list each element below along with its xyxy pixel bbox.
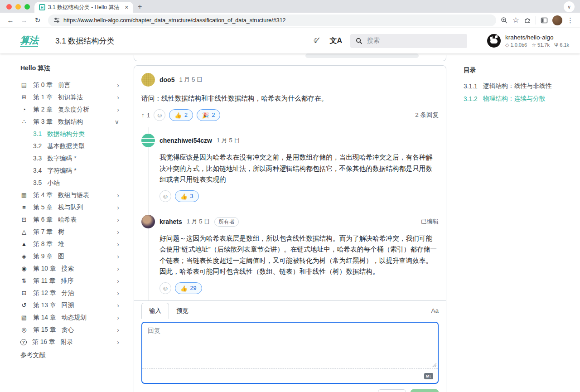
theme-toggle-icon[interactable]: ☾⁄: [313, 37, 321, 45]
sidebar-item-chapter-13[interactable]: ↺第 13 章回溯›: [20, 299, 125, 311]
chevron-right-icon[interactable]: ›: [117, 106, 125, 113]
sidebar-item-references[interactable]: 参考文献: [20, 349, 125, 361]
resize-handle-icon[interactable]: [432, 363, 436, 367]
reaction-pill[interactable]: 👍29: [175, 282, 202, 294]
address-bar[interactable]: https://www.hello-algo.com/chapter_data_…: [48, 15, 496, 26]
sidebar-item-3.4[interactable]: 3.4字符编码 *: [20, 165, 125, 177]
search-input[interactable]: 搜索: [350, 34, 467, 48]
chevron-right-icon[interactable]: ›: [117, 82, 125, 89]
browser-tab[interactable]: H 3.1 数据结构分类 - Hello 算法 ✕: [34, 2, 133, 13]
site-logo[interactable]: 算法: [20, 35, 38, 47]
search-placeholder: 搜索: [367, 37, 380, 45]
chevron-right-icon[interactable]: ›: [117, 216, 125, 223]
repo-name: krahets/hello-algo: [505, 34, 569, 41]
chapter-name: 堆: [58, 240, 64, 248]
chevron-right-icon[interactable]: ›: [117, 253, 125, 260]
chevron-right-icon[interactable]: ›: [117, 192, 125, 199]
site-settings-icon[interactable]: [53, 17, 60, 24]
sidebar-item-chapter-2[interactable]: ◔第 2 章复杂度分析›: [20, 103, 125, 116]
reaction-pills: 👍3: [175, 190, 199, 202]
tab-overview-button[interactable]: ∨: [564, 1, 575, 12]
sidebar-item-chapter-16[interactable]: ?第 16 章附录›: [20, 336, 125, 348]
browser-profile-avatar[interactable]: [552, 15, 562, 25]
toc-item-3.1.1[interactable]: 3.1.1逻辑结构：线性与非线性: [464, 80, 571, 92]
chapter-name: 哈希表: [58, 216, 77, 224]
chevron-right-icon[interactable]: ›: [117, 302, 125, 309]
tab-close-icon[interactable]: ✕: [125, 5, 129, 10]
add-reaction-button[interactable]: ☺: [160, 190, 171, 202]
tab-write[interactable]: 输入: [141, 303, 169, 319]
sidebar-item-3.5[interactable]: 3.5小结: [20, 177, 125, 189]
chevron-down-icon[interactable]: ∨: [115, 118, 125, 126]
chevron-right-icon[interactable]: ›: [117, 326, 125, 334]
chapter-name: 图: [58, 252, 64, 261]
sidebar-item-chapter-6[interactable]: ⊡第 6 章哈希表›: [20, 213, 125, 226]
chevron-right-icon[interactable]: ›: [117, 339, 125, 346]
cancel-button[interactable]: 取消: [378, 389, 406, 392]
toc-item-3.1.2[interactable]: 3.1.2物理结构：连续与分散: [464, 92, 571, 105]
chevron-right-icon[interactable]: ›: [117, 241, 125, 248]
zoom-icon[interactable]: [501, 17, 508, 24]
github-repo-link[interactable]: krahets/hello-algo ◇1.0.0b6 ☆51.7k Ψ6.1k: [487, 34, 569, 48]
sidebar-item-chapter-8[interactable]: ▲第 8 章堆›: [20, 238, 125, 250]
tab-preview[interactable]: 预览: [169, 303, 196, 319]
chevron-right-icon[interactable]: ›: [117, 228, 125, 236]
chevron-right-icon[interactable]: ›: [117, 277, 125, 285]
forward-icon[interactable]: →: [18, 15, 30, 26]
maximize-window-button[interactable]: [24, 4, 30, 10]
sidebar-item-chapter-15[interactable]: ◎第 15 章贪心›: [20, 324, 125, 336]
add-reaction-button[interactable]: ☺: [160, 282, 171, 294]
text-format-button[interactable]: Aa: [431, 307, 439, 314]
window-controls[interactable]: [6, 4, 30, 10]
sidebar-item-chapter-5[interactable]: ≡第 5 章栈与队列›: [20, 201, 125, 213]
browser-menu-icon[interactable]: ⋮: [567, 16, 574, 24]
sidebar-item-chapter-0[interactable]: ▤第 0 章前言›: [20, 79, 125, 91]
sidebar-item-3.2[interactable]: 3.2基本数据类型: [20, 140, 125, 152]
sidebar-item-chapter-9[interactable]: ◈第 9 章图›: [20, 250, 125, 262]
translate-icon[interactable]: 文A: [329, 36, 342, 46]
sidebar-item-chapter-3[interactable]: ∴第 3 章数据结构∨: [20, 116, 125, 128]
search-chapter-icon: ◉: [20, 265, 28, 272]
new-tab-button[interactable]: +: [138, 3, 142, 11]
avatar[interactable]: [141, 215, 155, 228]
sidebar-item-chapter-7[interactable]: △第 7 章树›: [20, 226, 125, 238]
reload-icon[interactable]: ↻: [32, 15, 44, 26]
sidebar-item-chapter-1[interactable]: ⊞第 1 章初识算法›: [20, 91, 125, 103]
reaction-pill[interactable]: 🎉2: [197, 109, 221, 121]
chevron-right-icon[interactable]: ›: [117, 94, 125, 101]
sidebar-item-chapter-12[interactable]: ⊟第 12 章分治›: [20, 287, 125, 299]
sidebar-item-3.1[interactable]: 3.1数据结构分类: [20, 128, 125, 140]
appendix-icon: ?: [20, 339, 27, 345]
side-panel-icon[interactable]: [541, 17, 548, 24]
minimize-window-button[interactable]: [15, 4, 21, 10]
reaction-pill[interactable]: 👍3: [175, 190, 199, 202]
chevron-right-icon[interactable]: ›: [117, 204, 125, 211]
sidebar-item-chapter-10[interactable]: ◉第 10 章搜索›: [20, 262, 125, 275]
chevron-right-icon[interactable]: ›: [117, 290, 125, 297]
close-window-button[interactable]: [6, 4, 12, 10]
sidebar-item-chapter-11[interactable]: ⇅第 11 章排序›: [20, 275, 125, 287]
comment-thread-card: doo5 1 月 5 日 请问：线性数据结构和非线性数据结构，哈希表为什么都存在…: [134, 65, 446, 392]
upvote-button[interactable]: ↑ 1: [141, 112, 150, 119]
chevron-right-icon[interactable]: ›: [117, 314, 125, 321]
sidebar-item-chapter-14[interactable]: ▧第 14 章动态规划›: [20, 311, 125, 324]
toc-label: 物理结构：连续与分散: [483, 95, 546, 103]
reply-author[interactable]: chenzhiwei54czw: [160, 137, 212, 144]
reply-submit-button[interactable]: 回复: [411, 389, 439, 392]
extensions-icon[interactable]: [524, 17, 531, 24]
sidebar-item-chapter-4[interactable]: ▦第 4 章数组与链表›: [20, 189, 125, 201]
back-icon[interactable]: ←: [5, 15, 16, 26]
bookmark-star-icon[interactable]: ☆: [512, 15, 519, 25]
tag-icon: ◇: [505, 42, 509, 48]
sidebar-item-3.3[interactable]: 3.3数字编码 *: [20, 152, 125, 165]
avatar[interactable]: [141, 134, 155, 147]
add-reaction-button[interactable]: ☺: [154, 109, 165, 121]
chevron-right-icon[interactable]: ›: [117, 265, 125, 272]
fork-icon: Ψ: [554, 42, 558, 48]
browser-tab-strip: H 3.1 数据结构分类 - Hello 算法 ✕ + ∨: [0, 0, 580, 13]
reaction-pill[interactable]: 👍2: [169, 109, 193, 121]
avatar[interactable]: [141, 73, 155, 87]
reply-textarea[interactable]: 回复: [142, 323, 438, 368]
comment-author[interactable]: doo5: [160, 76, 174, 83]
reply-author[interactable]: krahets: [160, 218, 182, 225]
